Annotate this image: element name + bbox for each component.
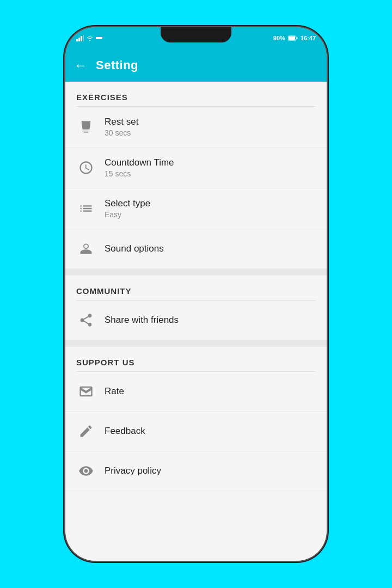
wifi-icon <box>87 35 93 41</box>
status-left <box>76 35 102 41</box>
menu-item-select-type[interactable]: Select type Easy <box>65 188 327 229</box>
rest-set-text: Rest set 30 secs <box>105 117 138 137</box>
countdown-sublabel: 15 secs <box>105 169 174 178</box>
sound-text: Sound options <box>105 243 164 254</box>
time-display: 16:47 <box>301 35 316 41</box>
section-header-community: COMMUNITY <box>65 275 327 300</box>
countdown-label: Countdown Time <box>105 157 174 168</box>
privacy-label: Privacy policy <box>105 465 161 476</box>
sound-icon <box>76 239 96 259</box>
eye-icon <box>76 461 96 481</box>
svg-rect-1 <box>78 38 80 41</box>
battery-icon <box>288 35 298 41</box>
phone-frame: 90% 16:47 ← Setting EXERCISES <box>65 27 327 561</box>
status-bar: 90% 16:47 <box>65 27 327 49</box>
share-icon <box>76 310 96 330</box>
svg-rect-8 <box>85 124 88 124</box>
feedback-label: Feedback <box>105 426 145 437</box>
menu-item-share[interactable]: Share with friends <box>65 301 327 340</box>
notch <box>161 27 231 42</box>
status-right: 90% 16:47 <box>273 35 316 41</box>
cup-icon <box>76 117 96 137</box>
section-gap-1 <box>65 269 327 275</box>
phone-inner: 90% 16:47 ← Setting EXERCISES <box>65 27 327 561</box>
select-type-label: Select type <box>105 198 150 209</box>
section-header-exercises: EXERCISES <box>65 82 327 106</box>
content-area: EXERCISES Rest set 30 secs <box>65 82 327 561</box>
svg-rect-2 <box>81 36 82 41</box>
feedback-text: Feedback <box>105 426 145 437</box>
menu-item-rate[interactable]: Rate <box>65 372 327 412</box>
share-label: Share with friends <box>105 315 179 326</box>
data-icon <box>96 35 102 41</box>
rest-set-sublabel: 30 secs <box>105 128 138 137</box>
svg-rect-3 <box>83 35 84 41</box>
battery-percent: 90% <box>273 35 285 41</box>
privacy-text: Privacy policy <box>105 465 161 476</box>
rate-text: Rate <box>105 386 124 397</box>
menu-item-privacy[interactable]: Privacy policy <box>65 451 327 491</box>
section-gap-2 <box>65 340 327 347</box>
pencil-icon <box>76 421 96 441</box>
sound-label: Sound options <box>105 243 164 254</box>
svg-rect-0 <box>76 39 78 41</box>
list-icon <box>76 199 96 218</box>
menu-item-feedback[interactable]: Feedback <box>65 412 327 451</box>
countdown-text: Countdown Time 15 secs <box>105 157 174 178</box>
top-bar: ← Setting <box>65 49 327 82</box>
select-type-sublabel: Easy <box>105 210 150 219</box>
share-text: Share with friends <box>105 315 179 326</box>
select-type-text: Select type Easy <box>105 198 150 219</box>
clock-icon <box>76 158 96 177</box>
svg-rect-4 <box>96 37 102 39</box>
menu-item-rest-set[interactable]: Rest set 30 secs <box>65 107 327 148</box>
rest-set-label: Rest set <box>105 117 138 127</box>
page-title: Setting <box>96 58 138 72</box>
svg-rect-7 <box>296 38 297 39</box>
section-header-support: SUPPORT US <box>65 347 327 371</box>
menu-item-countdown[interactable]: Countdown Time 15 secs <box>65 148 327 188</box>
rate-icon <box>76 382 96 401</box>
svg-rect-6 <box>289 36 295 40</box>
signal-icon <box>76 35 84 41</box>
back-button[interactable]: ← <box>74 59 87 72</box>
rate-label: Rate <box>105 386 124 397</box>
menu-item-sound[interactable]: Sound options <box>65 229 327 269</box>
